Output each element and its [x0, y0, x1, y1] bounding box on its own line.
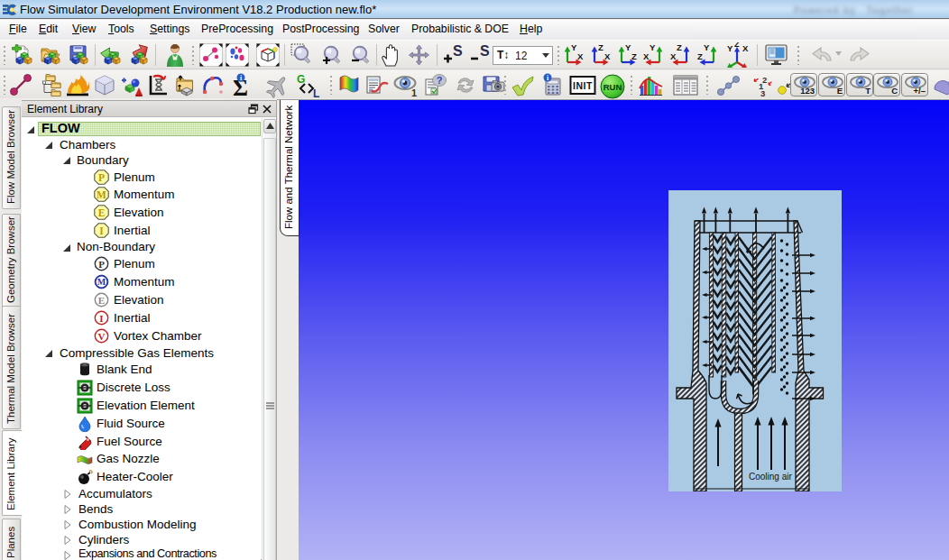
- svg-text:3: 3: [760, 88, 765, 98]
- svg-text:Y: Y: [650, 42, 656, 52]
- svg-text:Y: Y: [704, 42, 710, 52]
- svg-text:INIT: INIT: [573, 80, 593, 91]
- svg-text:X: X: [742, 43, 749, 53]
- svg-text:Z: Z: [734, 42, 740, 49]
- svg-text:S: S: [480, 43, 490, 59]
- svg-text:Z: Z: [598, 42, 603, 52]
- svg-text:Z: Z: [697, 51, 703, 61]
- svg-text:S: S: [453, 43, 463, 59]
- svg-text:Y: Y: [727, 43, 733, 53]
- svg-text:Cooling air: Cooling air: [749, 472, 792, 482]
- svg-text:X: X: [604, 51, 611, 61]
- svg-text:X: X: [643, 51, 650, 61]
- svg-text:X: X: [577, 51, 584, 61]
- svg-text:RUN: RUN: [603, 82, 622, 92]
- svg-text:Y: Y: [571, 42, 577, 52]
- svg-text:Z: Z: [677, 42, 682, 52]
- svg-text:L: L: [313, 87, 319, 98]
- svg-text:1: 1: [411, 87, 417, 98]
- svg-text:Z: Z: [631, 51, 637, 61]
- svg-text:X: X: [670, 51, 677, 61]
- svg-text:?: ?: [437, 75, 443, 86]
- svg-text:Y: Y: [625, 42, 631, 52]
